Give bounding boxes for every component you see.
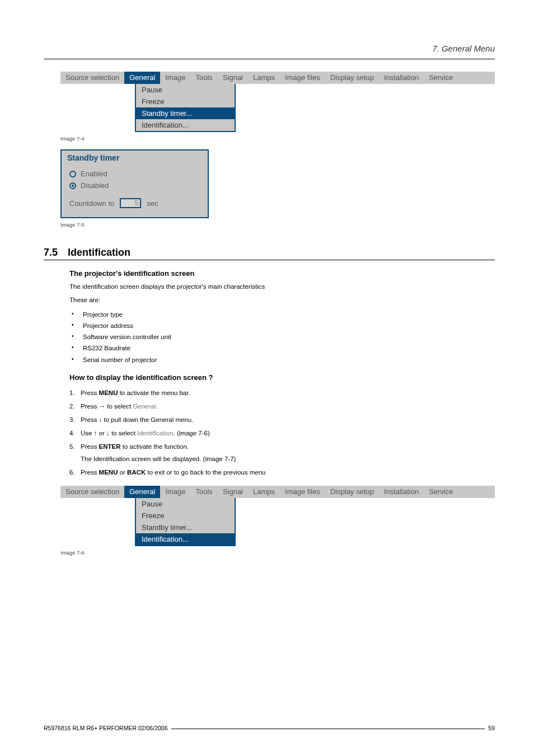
menu-item-standby-timer[interactable]: Standby timer...	[136, 522, 235, 533]
section-heading: 7.5 Identification	[44, 247, 495, 259]
tab-signal[interactable]: Signal	[218, 486, 248, 498]
caption-7-6: Image 7-6	[60, 550, 495, 556]
list-item: Projector address	[69, 320, 495, 331]
tab-image[interactable]: Image	[160, 72, 190, 84]
tab-source-selection[interactable]: Source selection	[60, 486, 124, 498]
radio-icon-selected	[69, 182, 76, 189]
tab-image-files[interactable]: Image files	[280, 486, 325, 498]
tab-signal[interactable]: Signal	[218, 72, 248, 84]
section-rule	[44, 260, 495, 260]
menu-item-pause[interactable]: Pause	[136, 84, 235, 96]
tab-general[interactable]: General	[124, 72, 160, 84]
countdown-label: Countdown to	[69, 199, 114, 208]
menu-item-freeze[interactable]: Freeze	[136, 96, 235, 107]
countdown-input[interactable]: 5	[120, 198, 141, 208]
step-2: Press → to select General.	[69, 400, 495, 413]
tab-lamps[interactable]: Lamps	[248, 486, 280, 498]
howto-steps: Press MENU to activate the menu bar. Pre…	[69, 386, 495, 480]
radio-icon	[69, 171, 76, 177]
step-4: Use ↑ or ↓ to select Identification. (im…	[69, 426, 495, 440]
radio-disabled-row[interactable]: Disabled	[69, 180, 200, 191]
list-item: Serial number of projector	[69, 354, 495, 365]
step-6: Press MENU or BACK to exit or to go back…	[69, 466, 495, 479]
step-1: Press MENU to activate the menu bar.	[69, 386, 495, 400]
list-item: Projector type	[69, 309, 495, 320]
page-footer: R5976816 RLM R6+ PERFORMER 02/06/2006 59	[44, 725, 495, 731]
radio-enabled-row[interactable]: Enabled	[69, 168, 200, 180]
tab-tools[interactable]: Tools	[191, 72, 218, 84]
menu-item-identification[interactable]: Identification...	[136, 533, 235, 545]
footer-left: R5976816 RLM R6+ PERFORMER 02/06/2006	[44, 725, 168, 731]
tab-image[interactable]: Image	[160, 486, 190, 498]
footer-rule	[171, 729, 485, 729]
general-dropdown: Pause Freeze Standby timer... Identifica…	[135, 84, 236, 132]
menu-item-freeze[interactable]: Freeze	[136, 510, 235, 522]
list-item: Software version controller unit	[69, 331, 495, 342]
caption-7-5: Image 7-5	[60, 222, 495, 228]
ident-bullets: Projector type Projector address Softwar…	[69, 309, 495, 365]
section-body: The projector's identification screen Th…	[69, 269, 495, 479]
step-5: Press ENTER to activate the function.The…	[69, 440, 495, 466]
step-3: Press ↓ to pull down the General menu.	[69, 413, 495, 426]
menu-item-standby-timer[interactable]: Standby timer...	[136, 107, 235, 119]
countdown-unit: sec	[147, 199, 158, 208]
ident-p2: These are:	[69, 295, 495, 304]
tab-installation[interactable]: Installation	[379, 72, 424, 84]
tab-installation[interactable]: Installation	[379, 486, 424, 498]
screenshot-7-4: Source selection General Image Tools Sig…	[60, 72, 495, 132]
header-rule	[44, 59, 495, 59]
radio-disabled-label: Disabled	[81, 181, 109, 190]
ident-p1: The identification screen displays the p…	[69, 282, 495, 291]
section-title: Identification	[68, 247, 130, 259]
menu-item-identification[interactable]: Identification...	[136, 119, 235, 131]
general-dropdown-2: Pause Freeze Standby timer... Identifica…	[135, 498, 236, 546]
tab-service[interactable]: Service	[424, 486, 458, 498]
tab-source-selection[interactable]: Source selection	[60, 72, 124, 84]
countdown-row: Countdown to 5 sec	[69, 198, 200, 208]
subhead-ident-screen: The projector's identification screen	[69, 269, 495, 278]
tab-display-setup[interactable]: Display setup	[325, 72, 379, 84]
section-number: 7.5	[44, 247, 58, 259]
radio-enabled-label: Enabled	[81, 170, 107, 178]
screenshot-7-6: Source selection General Image Tools Sig…	[60, 486, 495, 546]
menubar: Source selection General Image Tools Sig…	[60, 72, 495, 84]
list-item: RS232 Baudrate	[69, 342, 495, 354]
footer-page-number: 59	[488, 725, 495, 731]
dialog-title: Standby timer	[62, 151, 208, 167]
tab-display-setup[interactable]: Display setup	[325, 486, 379, 498]
tab-image-files[interactable]: Image files	[280, 72, 325, 84]
subhead-howto: How to display the identification screen…	[69, 373, 495, 382]
tab-tools[interactable]: Tools	[191, 486, 218, 498]
tab-lamps[interactable]: Lamps	[248, 72, 280, 84]
tab-general[interactable]: General	[124, 486, 160, 498]
caption-7-4: Image 7-4	[60, 135, 495, 142]
chapter-title: 7. General Menu	[44, 44, 495, 57]
standby-timer-dialog: Standby timer Enabled Disabled Countdown…	[60, 149, 209, 218]
menu-item-pause[interactable]: Pause	[136, 498, 235, 510]
menubar-2: Source selection General Image Tools Sig…	[60, 486, 495, 498]
tab-service[interactable]: Service	[424, 72, 458, 84]
